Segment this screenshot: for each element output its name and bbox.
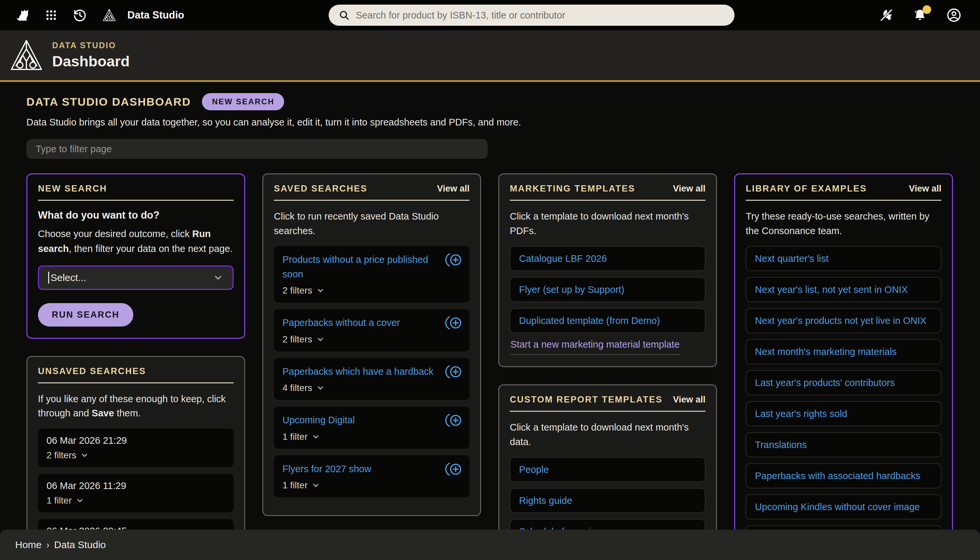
saved-search-link[interactable]: Paperbacks without a cover [282, 316, 461, 330]
account-avatar-icon[interactable] [946, 8, 962, 23]
run-search-button[interactable]: RUN SEARCH [38, 303, 133, 327]
example-search-item[interactable]: Last year's products' contributors [746, 370, 942, 395]
unsaved-searches-card: UNSAVED SEARCHES If you like any of thes… [27, 356, 245, 558]
new-search-badge[interactable]: NEW SEARCH [202, 93, 284, 110]
example-search-item[interactable]: Translations [746, 432, 942, 457]
saved-search-link[interactable]: Flyers for 2027 show [282, 462, 461, 477]
filters-count: 2 filters [282, 285, 312, 296]
global-search[interactable] [329, 5, 734, 26]
example-search-link[interactable]: Last year's rights sold [755, 408, 847, 419]
saved-search-link[interactable]: Upcoming Digital [282, 413, 461, 428]
example-search-link[interactable]: Last year's products' contributors [755, 377, 895, 388]
chevron-down-icon [316, 335, 325, 344]
filters-count: 1 filter [282, 480, 307, 491]
example-search-link[interactable]: Paperbacks with associated hardbacks [755, 470, 920, 481]
card-title: NEW SEARCH [38, 183, 107, 194]
page-filter-input[interactable] [27, 139, 488, 159]
dashboard-heading: DATA STUDIO DASHBOARD [27, 95, 191, 108]
example-search-link[interactable]: Upcoming Kindles without cover image [755, 502, 920, 512]
search-input[interactable] [356, 10, 724, 21]
chevron-down-icon [76, 496, 84, 505]
data-studio-logo-icon[interactable] [102, 8, 116, 22]
library-view-all-link[interactable]: View all [909, 183, 942, 194]
run-saved-search-icon[interactable] [445, 252, 463, 268]
example-search-item[interactable]: Next year's list, not yet sent in ONIX [746, 277, 942, 302]
marketing-items-list: Catalogue LBF 2026 Flyer (set up by Supp… [510, 246, 706, 333]
cat-logo-icon[interactable] [15, 8, 30, 23]
unsaved-items-list: 06 Mar 2026 21:29 2 filters 06 Mar 2026 … [38, 428, 234, 543]
custom-report-template-link[interactable]: People [519, 464, 549, 475]
run-saved-search-icon[interactable] [445, 412, 463, 428]
example-search-item[interactable]: Upcoming Kindles without cover image [746, 494, 942, 519]
saved-search-link[interactable]: Products without a price published soon [282, 253, 461, 281]
notification-badge [923, 5, 931, 14]
marketing-template-item[interactable]: Flyer (set up by Support) [510, 277, 706, 302]
breadcrumb-current[interactable]: Data Studio [54, 539, 106, 550]
custom-view-all-link[interactable]: View all [673, 395, 706, 405]
unsaved-search-item[interactable]: 06 Mar 2026 11:29 1 filter [38, 474, 234, 512]
marketing-template-link[interactable]: Catalogue LBF 2026 [519, 253, 607, 264]
marketing-view-all-link[interactable]: View all [673, 183, 706, 194]
marketing-template-link[interactable]: Duplicated template (from Demo) [519, 315, 660, 326]
start-marketing-template-link[interactable]: Start a new marketing material template [510, 339, 680, 355]
notifications-bell-icon[interactable] [913, 8, 927, 22]
app-label: Data Studio [127, 9, 184, 21]
saved-search-item[interactable]: Paperbacks which have a hardback 4 filte… [274, 358, 470, 400]
filters-toggle[interactable]: 1 filter [47, 495, 225, 506]
example-search-item[interactable]: Paperbacks with associated hardbacks [746, 463, 942, 488]
filters-toggle[interactable]: 1 filter [282, 432, 461, 442]
dashboard-description: Data Studio brings all your data togethe… [27, 117, 953, 128]
example-search-link[interactable]: Next year's list, not yet sent in ONIX [755, 284, 908, 295]
breadcrumb-home-link[interactable]: Home [15, 539, 42, 550]
filters-toggle[interactable]: 2 filters [282, 334, 461, 345]
history-icon[interactable] [73, 8, 87, 22]
saved-search-item[interactable]: Products without a price published soon … [274, 246, 470, 302]
example-search-item[interactable]: Next year's products not yet live in ONI… [746, 308, 942, 333]
marketing-templates-card: MARKETING TEMPLATES View all Click a tem… [498, 173, 717, 367]
example-search-link[interactable]: Translations [755, 440, 807, 450]
example-search-link[interactable]: Next year's products not yet live in ONI… [755, 315, 927, 326]
run-saved-search-icon[interactable] [445, 315, 463, 331]
divider [746, 200, 942, 201]
marketing-desc: Click a template to download next month'… [510, 209, 706, 238]
chevron-down-icon [312, 481, 320, 490]
search-icon [339, 10, 350, 21]
apps-grid-icon[interactable] [45, 9, 57, 22]
example-search-item[interactable]: Last year's rights sold [746, 401, 942, 426]
saved-search-item[interactable]: Flyers for 2027 show 1 filter [274, 455, 470, 498]
example-search-item[interactable]: Next quarter's list [746, 246, 942, 271]
outcome-select[interactable]: Select... [38, 265, 234, 290]
saved-view-all-link[interactable]: View all [437, 183, 470, 194]
unsaved-search-item[interactable]: 06 Mar 2026 21:29 2 filters [38, 428, 234, 467]
chevron-down-icon [80, 451, 89, 460]
library-desc: Try these ready-to-use searches, written… [746, 209, 942, 238]
unsaved-search-timestamp: 06 Mar 2026 11:29 [47, 480, 225, 491]
saved-search-item[interactable]: Upcoming Digital 1 filter [274, 407, 470, 449]
filters-count: 2 filters [47, 450, 76, 461]
example-search-link[interactable]: Next month's marketing materials [755, 347, 897, 357]
marketing-template-item[interactable]: Catalogue LBF 2026 [510, 246, 706, 271]
header-eyebrow: DATA STUDIO [52, 41, 130, 50]
marketing-template-item[interactable]: Duplicated template (from Demo) [510, 308, 706, 333]
card-title: MARKETING TEMPLATES [510, 183, 635, 194]
run-saved-search-icon[interactable] [445, 461, 463, 477]
new-search-card: NEW SEARCH What do you want to do? Choos… [27, 173, 245, 339]
saved-search-item[interactable]: Paperbacks without a cover 2 filters [274, 309, 470, 351]
dashboard-content: DATA STUDIO DASHBOARD NEW SEARCH Data St… [0, 82, 980, 558]
theme-toggle-icon[interactable] [879, 8, 894, 22]
example-search-item[interactable]: Next month's marketing materials [746, 339, 942, 364]
custom-report-template-item[interactable]: People [510, 457, 706, 482]
saved-search-link[interactable]: Paperbacks which have a hardback [282, 365, 461, 379]
filters-count: 1 filter [282, 432, 307, 442]
custom-report-template-link[interactable]: Rights guide [519, 495, 572, 506]
run-saved-search-icon[interactable] [445, 364, 463, 380]
custom-report-template-item[interactable]: Rights guide [510, 488, 706, 513]
library-of-examples-card: LIBRARY OF EXAMPLES View all Try these r… [734, 173, 953, 558]
filters-toggle[interactable]: 4 filters [282, 383, 461, 393]
filters-count: 1 filter [47, 495, 71, 506]
filters-toggle[interactable]: 2 filters [47, 450, 225, 461]
example-search-link[interactable]: Next quarter's list [755, 253, 829, 264]
filters-toggle[interactable]: 2 filters [282, 285, 461, 296]
filters-toggle[interactable]: 1 filter [282, 480, 461, 491]
marketing-template-link[interactable]: Flyer (set up by Support) [519, 284, 624, 295]
